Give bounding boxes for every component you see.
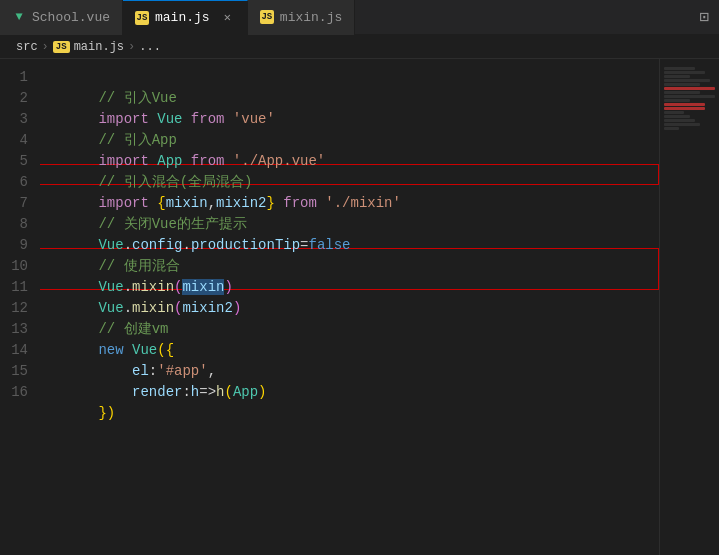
line-num-7: 7 [0,193,28,214]
line-numbers: 1 2 3 4 5 6 7 8 9 10 11 12 13 14 15 16 [0,59,40,555]
line-num-14: 14 [0,340,28,361]
breadcrumb-filename: main.js [74,40,124,54]
line-num-11: 11 [0,277,28,298]
code-line-9: // 使用混合 [48,235,659,256]
breadcrumb: src › JS main.js › ... [0,35,719,59]
tab-label-mixin: mixin.js [280,10,342,25]
tab-mixin-js[interactable]: JS mixin.js [248,0,355,35]
code-line-4: import App from './App.vue' [48,130,659,151]
mini-line-8 [664,95,715,98]
code-brace-16b: ) [107,405,115,421]
code-line-10: Vue.mixin(mixin) [48,256,659,277]
breadcrumb-js-icon: JS main.js [53,40,124,54]
line-num-15: 15 [0,361,28,382]
mini-line-3 [664,75,690,78]
line-num-8: 8 [0,214,28,235]
js-icon-main: JS [135,11,149,25]
mini-line-16 [664,127,679,130]
minimap-content [664,67,715,131]
code-line-5: // 引入混合(全局混合) [48,151,659,172]
line-num-4: 4 [0,130,28,151]
code-line-13: new Vue({ [48,319,659,340]
line-num-12: 12 [0,298,28,319]
mini-line-4 [664,79,710,82]
tab-label-school: School.vue [32,10,110,25]
minimap[interactable] [659,59,719,555]
line-num-2: 2 [0,88,28,109]
vue-icon: ▼ [12,10,26,24]
mini-line-11 [664,107,705,110]
tab-label-main: main.js [155,10,210,25]
code-line-1: // 引入Vue [48,67,659,88]
mini-line-15 [664,123,700,126]
code-line-2: import Vue from 'vue' [48,88,659,109]
mini-line-13 [664,115,690,118]
code-line-16: }) [48,382,659,403]
mini-line-5 [664,83,700,86]
code-line-7: // 关闭Vue的生产提示 [48,193,659,214]
line-num-13: 13 [0,319,28,340]
breadcrumb-sep-2: › [128,40,135,54]
tab-main-js[interactable]: JS main.js ✕ [123,0,248,35]
breadcrumb-sep-1: › [42,40,49,54]
code-line-11: Vue.mixin(mixin2) [48,277,659,298]
breadcrumb-src: src [16,40,38,54]
line-num-10: 10 [0,256,28,277]
tab-close-button[interactable]: ✕ [220,8,235,27]
mini-line-7 [664,91,700,94]
line-num-5: 5 [0,151,28,172]
code-line-6: import {mixin,mixin2} from './mixin' [48,172,659,193]
line-num-9: 9 [0,235,28,256]
mini-line-10 [664,103,705,106]
code-line-12: // 创建vm [48,298,659,319]
mini-line-2 [664,71,705,74]
breadcrumb-ellipsis: ... [139,40,161,54]
line-num-16: 16 [0,382,28,403]
js-icon-mixin: JS [260,10,274,24]
mini-line-12 [664,111,684,114]
editor-area: 1 2 3 4 5 6 7 8 9 10 11 12 13 14 15 16 /… [0,59,719,555]
code-content[interactable]: // 引入Vue import Vue from 'vue' // 引入App … [40,59,659,555]
code-line-14: el:'#app', [48,340,659,361]
mini-line-6 [664,87,715,90]
tab-school-vue[interactable]: ▼ School.vue [0,0,123,35]
split-editor-icon[interactable]: ⊡ [689,7,719,27]
tab-bar: ▼ School.vue JS main.js ✕ JS mixin.js ⊡ [0,0,719,35]
breadcrumb-js-badge: JS [53,41,70,53]
code-line-3: // 引入App [48,109,659,130]
line-num-1: 1 [0,67,28,88]
code-line-15: render:h=>h(App) [48,361,659,382]
mini-line-9 [664,99,690,102]
code-brace-16a: } [98,405,106,421]
code-line-8: Vue.config.productionTip=false [48,214,659,235]
line-num-3: 3 [0,109,28,130]
mini-line-1 [664,67,695,70]
line-num-6: 6 [0,172,28,193]
mini-line-14 [664,119,695,122]
